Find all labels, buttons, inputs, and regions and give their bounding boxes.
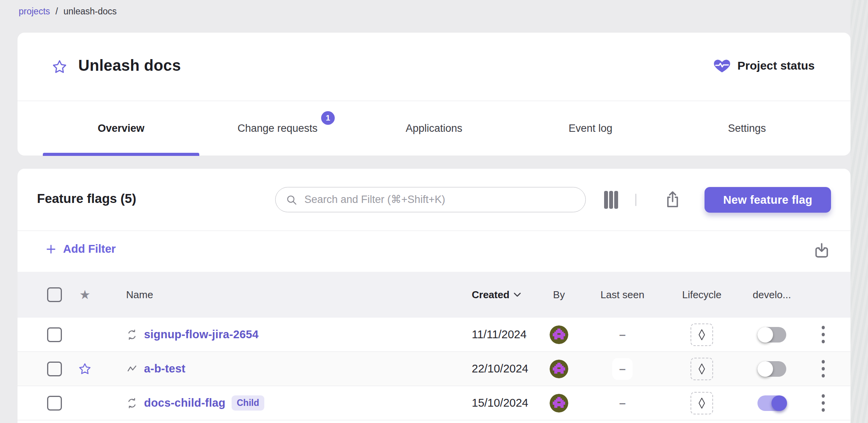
- add-filter-button[interactable]: Add Filter: [46, 243, 116, 255]
- breadcrumb-separator: /: [56, 6, 58, 17]
- project-overview-page: projects / unleash-docs Unleash docs Pro…: [0, 0, 868, 423]
- last-seen-value: –: [619, 363, 626, 375]
- feature-flags-heading: Feature flags (5): [37, 191, 136, 206]
- project-tabs: Overview Change requests 1 Applications …: [43, 101, 850, 156]
- last-seen-value: –: [619, 329, 626, 341]
- favorites-column-icon[interactable]: ★: [79, 287, 91, 302]
- lifecycle-icon[interactable]: [691, 323, 713, 346]
- select-all-checkbox[interactable]: [47, 287, 62, 302]
- tab-label: Overview: [98, 122, 144, 135]
- created-date: 22/10/2024: [472, 362, 537, 375]
- heart-pulse-icon: [713, 57, 731, 75]
- breadcrumb-current: unleash-docs: [63, 6, 117, 17]
- project-title-row: Unleash docs Project status: [18, 33, 850, 101]
- tab-change-requests[interactable]: Change requests 1: [199, 101, 356, 156]
- new-feature-flag-button[interactable]: New feature flag: [705, 187, 831, 213]
- background-texture: [850, 0, 868, 423]
- tab-settings[interactable]: Settings: [669, 101, 825, 156]
- avatar: [550, 360, 568, 378]
- row-checkbox[interactable]: [47, 362, 62, 376]
- columns-visibility-button[interactable]: [602, 191, 620, 209]
- tab-label: Change requests: [237, 122, 318, 135]
- column-header-environment: develo...: [740, 289, 804, 301]
- project-status-label: Project status: [738, 59, 815, 72]
- column-header-last-seen: Last seen: [581, 289, 664, 301]
- flag-name-link[interactable]: a-b-test: [144, 362, 185, 375]
- avatar: [550, 394, 568, 413]
- favorite-project-star-icon[interactable]: [52, 59, 67, 75]
- lifecycle-icon[interactable]: [691, 392, 713, 414]
- table-row: docs-child-flag Child 15/10/2024: [18, 386, 850, 420]
- add-filter-label: Add Filter: [63, 243, 116, 255]
- search-box: [275, 187, 586, 212]
- environment-toggle[interactable]: [757, 395, 786, 411]
- favorite-star-icon[interactable]: [78, 362, 91, 376]
- page-title: Unleash docs: [78, 57, 181, 74]
- breadcrumb: projects / unleash-docs: [19, 6, 117, 17]
- kebab-menu[interactable]: [819, 323, 827, 346]
- row-checkbox[interactable]: [47, 327, 62, 342]
- tab-label: Applications: [406, 122, 462, 135]
- active-tab-underline: [43, 153, 199, 156]
- download-icon[interactable]: [812, 240, 831, 260]
- flag-name-link[interactable]: signup-flow-jira-2654: [144, 328, 258, 341]
- tab-label: Event log: [569, 122, 613, 135]
- sync-icon: [126, 329, 138, 341]
- tab-applications[interactable]: Applications: [356, 101, 512, 156]
- column-header-lifecycle: Lifecycle: [664, 289, 740, 301]
- table-header: ★ Name Created By Last seen Lifecycle de…: [18, 272, 850, 318]
- project-header-card: Unleash docs Project status Overview Cha…: [18, 33, 850, 156]
- sync-icon: [126, 397, 138, 409]
- chevron-down-icon: [513, 292, 521, 297]
- last-seen-value: –: [619, 397, 626, 409]
- last-seen-cell: –: [615, 324, 630, 346]
- kebab-menu[interactable]: [819, 358, 827, 380]
- feature-flags-card: Feature flags (5) New feature flag: [18, 169, 850, 423]
- lifecycle-icon[interactable]: [691, 358, 713, 380]
- row-checkbox[interactable]: [47, 396, 62, 411]
- breadcrumb-projects-link[interactable]: projects: [19, 6, 50, 17]
- search-input[interactable]: [304, 193, 578, 206]
- share-icon[interactable]: [663, 189, 682, 210]
- tab-overview[interactable]: Overview: [43, 101, 199, 156]
- table-row: a-b-test 22/10/2024: [18, 352, 850, 386]
- column-header-by: By: [537, 289, 581, 301]
- child-chip: Child: [232, 395, 264, 411]
- tab-label: Settings: [728, 122, 766, 135]
- table-body: signup-flow-jira-2654 11/11/2024: [18, 318, 850, 420]
- tab-badge: 1: [321, 111, 335, 125]
- kebab-menu[interactable]: [819, 392, 827, 414]
- trend-icon: [126, 363, 138, 375]
- tab-event-log[interactable]: Event log: [512, 101, 669, 156]
- column-header-created[interactable]: Created: [472, 289, 537, 301]
- toolbar-divider: [635, 194, 636, 206]
- filter-row: Add Filter: [18, 231, 850, 272]
- flag-name-link[interactable]: docs-child-flag: [144, 397, 225, 409]
- search-icon: [286, 194, 297, 206]
- created-date: 15/10/2024: [472, 397, 537, 409]
- feature-flags-toolbar: Feature flags (5) New feature flag: [18, 169, 850, 231]
- last-seen-cell: –: [612, 358, 633, 380]
- avatar: [550, 325, 568, 344]
- plus-icon: [46, 244, 56, 254]
- project-status-button[interactable]: Project status: [713, 57, 815, 75]
- created-date: 11/11/2024: [472, 328, 537, 341]
- last-seen-cell: –: [615, 392, 630, 414]
- environment-toggle[interactable]: [757, 327, 786, 343]
- column-header-name: Name: [108, 289, 472, 301]
- environment-toggle[interactable]: [757, 361, 786, 377]
- table-row: signup-flow-jira-2654 11/11/2024: [18, 318, 850, 352]
